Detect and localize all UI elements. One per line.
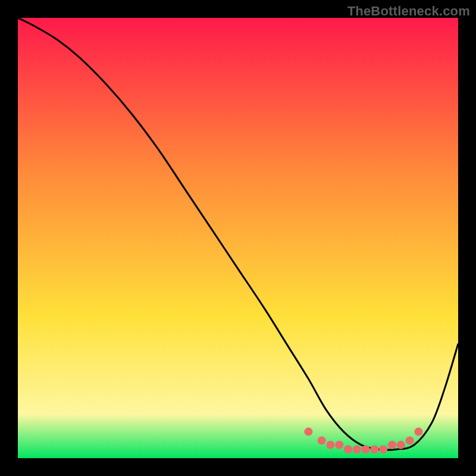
watermark-text: TheBottleneck.com xyxy=(347,4,470,19)
marker-dot xyxy=(414,428,422,436)
marker-dot xyxy=(326,441,334,449)
chart-svg xyxy=(18,18,458,458)
marker-dot xyxy=(370,445,378,453)
marker-dot xyxy=(318,436,326,444)
marker-dot xyxy=(353,445,361,453)
marker-dot xyxy=(362,445,370,453)
marker-dot xyxy=(335,441,343,449)
marker-dot xyxy=(344,445,352,453)
marker-dot xyxy=(379,445,387,453)
marker-dot xyxy=(304,428,312,436)
marker-dot xyxy=(388,441,396,449)
marker-dot xyxy=(397,441,405,449)
chart-frame: TheBottleneck.com xyxy=(0,0,476,476)
marker-dot xyxy=(406,436,414,444)
gradient-background xyxy=(18,18,458,458)
plot-area xyxy=(18,18,458,458)
